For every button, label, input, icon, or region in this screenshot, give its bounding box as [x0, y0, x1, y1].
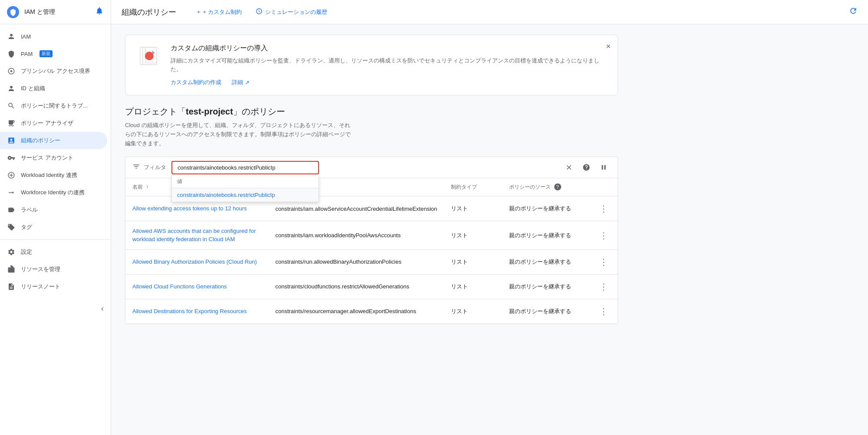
banner-desc: 詳細にカスタマイズ可能な組織ポリシーを監査、ドライラン、適用し、リソースの構成ミ… [171, 56, 607, 73]
custom-constraint-button[interactable]: + + カスタム制約 [194, 6, 245, 19]
sidebar-nav: IAM PAM 新規 プリンシパル アクセス境界 ID と組織 [0, 24, 111, 299]
filter-dropdown: 値 constraints/ainotebooks.restrictPublic… [171, 175, 319, 202]
workforce-identity-icon [7, 188, 16, 197]
refresh-button[interactable] [849, 7, 858, 17]
sidebar-item-policy-trouble[interactable]: ポリシーに関するトラブ... [0, 97, 107, 114]
sidebar-item-principal-access[interactable]: プリンシパル アクセス境界 [0, 62, 107, 80]
clock-icon [256, 8, 263, 16]
policy-constraint: constraints/cloudfunctions.restrictAllow… [268, 274, 444, 299]
policy-name-link[interactable]: Allowed Binary Authorization Policies (C… [132, 258, 261, 266]
policy-name-link[interactable]: Allowed Cloud Functions Generations [132, 283, 261, 291]
sidebar-item-workforce-identity[interactable]: Workforce Identity の連携 [0, 184, 107, 201]
page-title: 組織のポリシー [122, 7, 176, 17]
sidebar-item-policy-trouble-label: ポリシーに関するトラブ... [21, 102, 88, 110]
sidebar-item-service-account[interactable]: サービス アカウント [0, 149, 107, 167]
learn-more-link[interactable]: 詳細 ↗ [232, 78, 250, 86]
policy-type: リスト [444, 249, 502, 274]
manage-resources-icon [7, 265, 16, 274]
policy-name-link[interactable]: Allow extending access tokens up to 12 h… [132, 205, 261, 213]
sidebar-item-labels-label: ラベル [21, 206, 38, 214]
sidebar-item-manage-resources[interactable]: リソースを管理 [0, 261, 107, 278]
notification-bell-icon[interactable] [95, 7, 104, 17]
filter-input[interactable] [171, 161, 319, 174]
sidebar-item-iam-label: IAM [21, 33, 31, 40]
sidebar-item-policy-analyzer-label: ポリシー アナライザ [21, 119, 73, 127]
row-menu-button[interactable]: ⋮ [597, 256, 611, 268]
policy-source: 親のポリシーを継承する [502, 196, 590, 221]
sidebar-header: IAM と管理 [0, 0, 111, 24]
col-source-help-icon[interactable]: ? [554, 183, 561, 190]
table-row: Allowed Cloud Functions Generations cons… [125, 274, 618, 299]
create-custom-constraint-link[interactable]: カスタム制約の作成 [171, 78, 221, 86]
policy-name-link[interactable]: Allowed AWS accounts that can be configu… [132, 227, 261, 243]
sidebar-item-id-org[interactable]: ID と組織 [0, 80, 107, 97]
pause-button[interactable] [597, 160, 611, 174]
sidebar-item-org-policy[interactable]: 組織のポリシー [0, 132, 107, 149]
policy-type: リスト [444, 299, 502, 324]
col-actions [590, 178, 618, 196]
table-row: Allowed Destinations for Exporting Resou… [125, 299, 618, 324]
filter-icon [132, 163, 140, 172]
settings-icon [7, 248, 16, 256]
policy-type: リスト [444, 196, 502, 221]
workload-identity-icon [7, 171, 16, 180]
custom-policy-banner: カスタムの組織ポリシーの導入 詳細にカスタマイズ可能な組織ポリシーを監査、ドライ… [125, 35, 618, 95]
principal-access-icon [7, 67, 16, 75]
sidebar-item-service-account-label: サービス アカウント [21, 154, 73, 162]
policy-trouble-icon [7, 101, 16, 110]
filter-input-container: 値 constraints/ainotebooks.restrictPublic… [171, 161, 319, 174]
sidebar-item-tags[interactable]: タグ [0, 219, 107, 236]
external-link-icon: ↗ [245, 79, 250, 86]
col-type: 制約タイプ [444, 178, 502, 196]
policy-type: リスト [444, 274, 502, 299]
table-row: Allowed Binary Authorization Policies (C… [125, 249, 618, 274]
policy-type: リスト [444, 221, 502, 249]
labels-icon [7, 206, 16, 214]
sidebar-item-workload-identity[interactable]: Workload Identity 連携 [0, 167, 107, 184]
simulation-history-button[interactable]: シミュレーションの履歴 [252, 5, 331, 19]
sort-icon-name: ↑ [146, 184, 148, 190]
row-menu-button[interactable]: ⋮ [597, 229, 611, 242]
plus-icon: + [197, 9, 201, 15]
row-menu-button[interactable]: ⋮ [597, 281, 611, 293]
policy-section-title: プロジェクト「test-project」のポリシー [125, 106, 618, 118]
sidebar-collapse-button[interactable]: ‹ [0, 299, 111, 318]
service-account-icon [7, 154, 16, 162]
filter-close-button[interactable] [562, 160, 576, 174]
sidebar-item-manage-resources-label: リソースを管理 [21, 265, 60, 273]
filter-dropdown-suggestion[interactable]: constraints/ainotebooks.restrictPublicIp [172, 188, 319, 202]
policy-table-container: フィルタ 値 constraints/ainotebooks.restrictP… [125, 157, 618, 324]
pam-icon [7, 49, 16, 58]
toolbar-actions [562, 160, 611, 174]
org-policy-icon [7, 136, 16, 145]
sidebar-title: IAM と管理 [24, 8, 55, 16]
content-area: カスタムの組織ポリシーの導入 詳細にカスタマイズ可能な組織ポリシーを監査、ドライ… [111, 24, 868, 435]
banner-close-button[interactable]: × [606, 42, 611, 51]
sidebar-item-labels[interactable]: ラベル [0, 201, 107, 219]
policy-constraint: constraints/iam.workloadIdentityPoolAwsA… [268, 221, 444, 249]
sidebar-item-iam[interactable]: IAM [0, 28, 107, 45]
sidebar-item-release-notes[interactable]: リリースノート [0, 278, 107, 295]
col-source: ポリシーのソース ? [502, 178, 590, 196]
nav-divider [0, 239, 111, 240]
sidebar-item-release-notes-label: リリースノート [21, 283, 60, 291]
id-org-icon [7, 84, 16, 93]
filter-label: フィルタ [144, 164, 166, 171]
sidebar-logo-icon [7, 6, 19, 18]
row-menu-button[interactable]: ⋮ [597, 203, 611, 215]
policy-source: 親のポリシーを継承する [502, 221, 590, 249]
release-notes-icon [7, 282, 16, 291]
banner-links: カスタム制約の作成 詳細 ↗ [171, 78, 607, 86]
policy-section-desc: Cloud の組織ポリシーを使用して、組織、フォルダ、プロジェクトにあるリソース… [125, 121, 351, 148]
sidebar-item-workload-identity-label: Workload Identity 連携 [21, 171, 77, 179]
help-button[interactable] [579, 160, 593, 174]
sidebar-item-settings[interactable]: 設定 [0, 243, 107, 261]
sidebar-item-policy-analyzer[interactable]: ポリシー アナライザ [0, 114, 107, 132]
policy-constraint: constraints/resourcemanager.allowedExpor… [268, 299, 444, 324]
row-menu-button[interactable]: ⋮ [597, 305, 611, 317]
iam-icon [7, 32, 16, 41]
table-row: Allowed AWS accounts that can be configu… [125, 221, 618, 249]
policy-name-link[interactable]: Allowed Destinations for Exporting Resou… [132, 307, 261, 315]
sidebar-item-id-org-label: ID と組織 [21, 85, 45, 92]
sidebar-item-pam[interactable]: PAM 新規 [0, 45, 107, 62]
